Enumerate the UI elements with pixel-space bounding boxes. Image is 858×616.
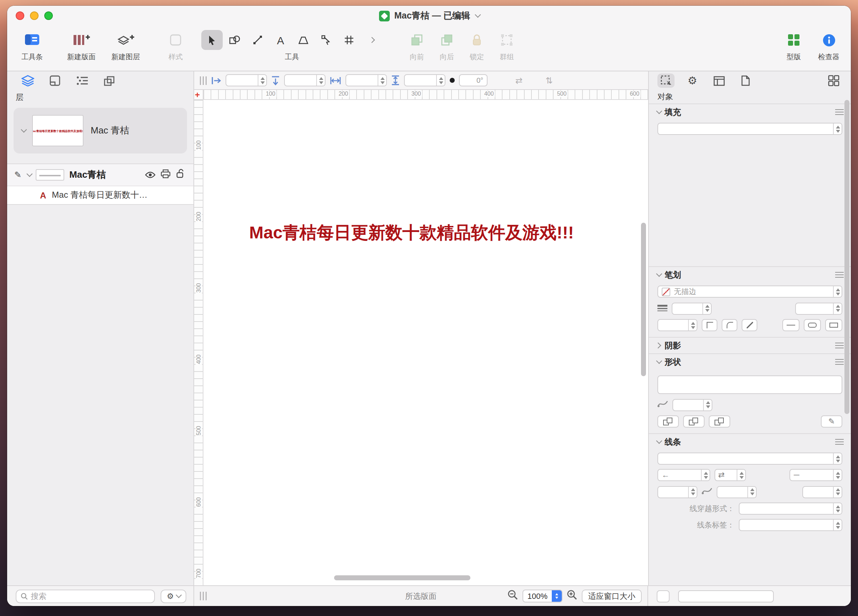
new-layer-button[interactable]: 新建图层 [111,30,140,62]
shape-section-header[interactable]: 形状 [649,354,851,370]
line-crossing-dropdown[interactable] [739,502,842,515]
line-scale-field[interactable] [657,486,697,498]
title-chevron-down-icon[interactable] [475,12,481,18]
search-input[interactable] [31,592,150,600]
layer-lock-open-icon[interactable] [176,168,185,181]
corner-sharp-button[interactable] [702,319,717,331]
inspector-scrollbar-thumb[interactable] [844,100,849,414]
zoom-out-icon[interactable] [508,589,518,603]
diagram-tool-button[interactable] [338,30,360,50]
line-curviness-field[interactable] [717,486,757,498]
canvas-text-object[interactable]: Mac青桔每日更新数十款精品软件及游戏!!! [204,221,620,244]
object-inspector-tab-icon[interactable] [657,73,675,88]
stencils-button[interactable]: 型版 [786,30,801,62]
height-field[interactable] [404,74,445,86]
text-tool-button[interactable]: A [270,30,291,50]
outline-tab-icon[interactable] [74,73,90,88]
stroke-thickness-field[interactable] [672,302,712,314]
style-button[interactable]: 样式 [168,30,183,62]
stroke-box-button[interactable] [825,319,842,331]
height-stepper[interactable] [436,75,445,86]
corner-chamfer-button[interactable] [741,319,757,331]
horizontal-scrollbar-thumb[interactable] [334,575,470,580]
line-tool-button[interactable] [247,30,268,50]
layer-visibility-eye-icon[interactable] [145,168,155,181]
line-section-header[interactable]: 线条 [649,434,851,450]
corner-rounded-button[interactable] [722,319,737,331]
layers-tab-icon[interactable] [20,73,36,88]
point-edit-tool-button[interactable] [316,30,337,50]
line-type-dropdown[interactable] [657,453,842,465]
zoom-level-control[interactable]: 100% [522,590,563,602]
layer-row[interactable]: ✎ Mac青桔 [7,164,193,185]
canvas-list-item[interactable]: Mac青桔每日更新数十款精品软件及游戏!!! Mac 青桔 [14,108,187,154]
stroke-pattern-dropdown[interactable] [795,302,842,314]
line-jump-field[interactable] [802,486,842,498]
objects-tab-icon[interactable] [101,73,117,88]
line-start-arrow-dropdown[interactable]: ← [657,469,710,481]
vertical-scrollbar-thumb[interactable] [641,223,646,376]
shadow-menu-icon[interactable] [835,342,844,344]
fill-section-header[interactable]: 填充 [649,104,851,120]
corner-radius-field[interactable] [657,319,697,331]
layer-print-icon[interactable] [161,168,171,181]
shadow-section-header[interactable]: 阴影 [649,338,851,353]
line-menu-icon[interactable] [835,439,844,440]
flip-vertical-button[interactable]: ⇅ [543,75,555,85]
inspector-button[interactable]: 检查器 [818,30,839,62]
document-inspector-tab-icon[interactable] [737,73,754,88]
inspector-layout-grid-icon[interactable] [825,73,842,88]
inspector-footer-toggle-field[interactable] [657,590,670,602]
formatbar-drag-handle[interactable] [200,76,207,85]
line-swap-arrows-dropdown[interactable]: ⇄ [715,469,746,481]
drawing-canvas[interactable]: Mac青桔每日更新数十款精品软件及游戏!!! [204,100,648,585]
stroke-section-header[interactable]: 笔划 [649,267,851,283]
zoom-stepper[interactable] [552,590,562,602]
fill-menu-icon[interactable] [835,109,844,110]
width-stepper[interactable] [378,75,386,86]
shape-intersect-button[interactable] [709,415,730,428]
object-row[interactable]: A Mac 青桔每日更新数十… [7,185,193,204]
bring-forward-button[interactable]: 向前 [410,30,424,62]
x-position-stepper[interactable] [258,75,266,86]
more-tools-chevron-icon[interactable] [361,30,382,50]
stroke-line-style-button[interactable] [782,319,799,331]
stroke-menu-icon[interactable] [835,272,844,273]
line-tag-dropdown[interactable] [739,519,842,531]
search-field[interactable] [16,589,155,603]
stroke-rounded-box-button[interactable] [804,319,821,331]
shape-tool-button[interactable] [224,30,246,50]
shape-union-button[interactable] [657,415,679,428]
toggle-toolbar-button[interactable]: 工具条 [22,30,43,62]
flip-horizontal-button[interactable]: ⇄ [513,75,525,85]
shape-curviness-field[interactable] [672,399,712,411]
fit-window-button[interactable]: 适应窗口大小 [582,589,642,603]
stroke-type-dropdown[interactable]: 无描边 [657,286,842,298]
new-canvas-button[interactable]: 新建版面 [67,30,96,62]
group-button[interactable]: 群组 [500,30,514,62]
canvas-disclosure-chevron-icon[interactable] [21,127,27,133]
y-position-field[interactable] [284,74,325,86]
shape-menu-icon[interactable] [835,359,844,360]
layer-disclosure-chevron-icon[interactable] [26,171,33,177]
title-bar[interactable]: Mac青桔 — 已编辑 [7,6,851,26]
minimize-button[interactable] [30,11,39,20]
send-backward-button[interactable]: 向后 [440,30,454,62]
width-field[interactable] [345,74,387,86]
x-position-field[interactable] [225,74,267,86]
zoom-in-icon[interactable] [567,589,577,603]
close-button[interactable] [16,11,24,20]
rotation-field[interactable]: 0° [459,74,488,86]
shape-edit-button[interactable]: ✎ [821,415,842,428]
properties-gear-tab-icon[interactable]: ⚙ [684,73,701,88]
y-position-stepper[interactable] [316,75,325,86]
inspector-footer-search-field[interactable] [678,590,774,602]
selection-tool-button[interactable] [201,30,223,50]
shape-draw-tool-button[interactable] [293,30,314,50]
layer-options-gear-button[interactable]: ⚙ [161,589,186,603]
lock-button[interactable]: 锁定 [470,30,484,62]
rotation-dial-icon[interactable] [450,78,455,83]
shape-subtract-button[interactable] [683,415,704,428]
shape-preview-well[interactable] [657,375,842,394]
statusbar-drag-handle[interactable] [200,592,207,600]
